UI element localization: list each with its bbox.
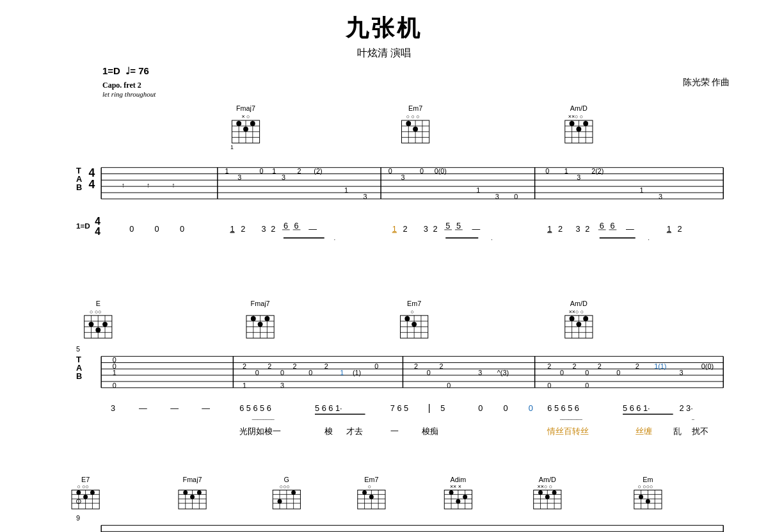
tab2-m1-9: (1) <box>353 369 361 376</box>
lyrics-2-6: 情丝百转丝 <box>547 427 589 436</box>
tab-m3-1: 0 <box>545 167 549 175</box>
chord-name-amd-3: Am/D <box>539 476 556 483</box>
tab2-m3-3: 2 <box>573 362 577 370</box>
tab-m2-1: 0 <box>388 167 392 175</box>
score-svg-1: Fmaj7 × ○ 1 Em7 ○ ○ ○ <box>38 98 730 284</box>
chord-dot-fmaj7-2a <box>251 316 256 321</box>
tab-m3-4: 2(2) <box>591 167 604 175</box>
chord-name-em7-1: Em7 <box>408 104 422 112</box>
tab-m1-2: 3 <box>237 173 241 181</box>
chord-dot-amd-3a <box>538 490 543 495</box>
chord-name-g: G <box>284 476 289 483</box>
chord-dot-adim-c <box>456 499 460 504</box>
tab2-m1-2: 0 <box>255 369 259 376</box>
chord-dot-g-b <box>291 490 296 495</box>
lyrics-2-2: 梭 <box>324 427 333 436</box>
score-section-3: E7 ○ ○○ Fmaj7 G ○○○ <box>38 472 730 532</box>
score-section-1: Capo. fret 2 let ring throughout Fmaj7 ×… <box>38 81 730 284</box>
tab-m2-7: 0 <box>514 193 518 200</box>
nn2-amd-3: 2 3· <box>679 403 692 413</box>
nn2-f-underline: ________ <box>252 414 275 420</box>
nn-m2-6: 5 <box>456 221 461 230</box>
tab-m1-8: 1 <box>344 186 348 194</box>
nn2-f-1: 6 5 6 5 6 <box>239 403 271 413</box>
title-section: 九张机 叶炫清 演唱 <box>38 13 730 60</box>
chord-name-amd-1: Am/D <box>570 104 588 112</box>
lyrics-2-7: 丝缠 <box>636 427 652 436</box>
tab-m1-4: 1 <box>272 167 276 175</box>
let-ring-text: let ring throughout <box>102 90 730 98</box>
nn-m1-4: 2 <box>271 224 275 234</box>
capo-section: Capo. fret 2 let ring throughout <box>102 81 730 98</box>
tab2-m1-4: 0 <box>280 369 284 376</box>
tab2-m3-4: 0 <box>585 369 589 376</box>
composer-label: 陈光荣 作曲 <box>683 77 730 88</box>
nn-timesig-2: 4 <box>95 226 100 237</box>
lyrics-2-9: 扰不 <box>691 427 708 436</box>
chord-marks-adim: ×× × <box>450 483 461 490</box>
nn-m1-6: 6 <box>294 221 299 230</box>
nn-dot-2: · <box>491 236 493 243</box>
nn-dot-3: · <box>648 236 650 243</box>
nn-m3-4: 2 <box>585 224 589 234</box>
chord-name-em7-2: Em7 <box>407 300 421 307</box>
tab-m1-1: 1 <box>225 167 229 175</box>
tab2-m3-b1: 0 <box>547 382 551 389</box>
score-svg-2: E ○ ○○ Fmaj7 Em7 ○ <box>38 293 730 463</box>
nn-key-1: 1=D <box>76 222 90 230</box>
tab2-m1-7: 2 <box>324 362 328 370</box>
chord-dot-amd-1b <box>576 127 581 132</box>
chord-dot-e7-c <box>90 490 95 495</box>
chord-marks-em7-2: ○ <box>411 309 414 315</box>
nn2-amd-underline: ________ <box>559 414 583 420</box>
chord-marks-amd-2: ××○ ○ <box>569 309 584 315</box>
chord-dot-em-a <box>639 495 643 499</box>
chord-dot-em7-2a <box>404 316 410 321</box>
chord-dot-em7-1b <box>413 127 418 132</box>
nn-m3-end1: 1 <box>667 224 671 234</box>
chord-dot-fmaj7-3a <box>183 490 188 495</box>
tab2-m2-2: 0 <box>427 369 431 376</box>
tab2-m1-3: 2 <box>268 362 271 370</box>
tab-m2-5: 1 <box>476 186 480 194</box>
nn-m1-3: 3 <box>262 224 266 234</box>
tab2-m3-10: 0(0) <box>701 362 714 370</box>
tab2-m2-3: 2 <box>439 362 443 370</box>
chord-dot-em7-3b <box>369 495 374 499</box>
chord-dot-e-2b <box>95 327 100 332</box>
tab2-m3-6: 0 <box>616 369 620 376</box>
lyrics-2-5: 梭痴 <box>422 427 438 436</box>
tab-m2-6: 3 <box>495 193 499 200</box>
tab2-m2-4: 0 <box>447 382 451 389</box>
tab2-m1-8: 1 <box>340 369 344 376</box>
tab-m3-6: 3 <box>659 193 662 200</box>
chord-marks-em: ○ ○○○ <box>638 483 653 490</box>
nn-m3-2: 2 <box>558 224 563 234</box>
tab2-m2-6: ^(3) <box>497 369 509 376</box>
nn-m2-1: 1 <box>392 224 397 234</box>
chord-dot-amd-3b <box>545 495 550 499</box>
tab2-m3-8: 1(1) <box>654 362 666 370</box>
nn2-e-dash1: 3 <box>111 403 115 413</box>
nn-m3-end2: 2 <box>678 224 682 234</box>
song-subtitle: 叶炫清 演唱 <box>38 47 730 60</box>
chord-name-e-2: E <box>96 300 100 307</box>
measure-num-9: 9 <box>76 514 80 522</box>
chord-fret-fmaj7-1: 1 <box>230 144 234 150</box>
chord-dot-amd-1c <box>583 121 588 126</box>
chord-marks-amd-3: ××○ ○ <box>538 483 552 490</box>
nn2-em-5: 0 <box>529 403 533 413</box>
tab2-m3-7: 2 <box>636 362 639 370</box>
tab2-m2-5: 3 <box>478 369 482 376</box>
chord-marks-em7-1: ○ ○ ○ <box>406 113 420 120</box>
chord-marks-g: ○○○ <box>280 483 290 490</box>
chord-dot-fmaj7-1a <box>236 121 241 126</box>
nn2-e-dash3: — <box>170 403 179 413</box>
tab-m1-9: 3 <box>364 193 367 200</box>
chord-dot-em-b <box>646 499 650 504</box>
chord-dot-fmaj7-3b <box>190 495 195 499</box>
tab2-m0-4: 0 <box>113 382 116 389</box>
nn-m1-5: 6 <box>284 221 288 230</box>
chord-name-em: Em <box>643 476 653 483</box>
nn2-em-4: 0 <box>504 403 508 413</box>
